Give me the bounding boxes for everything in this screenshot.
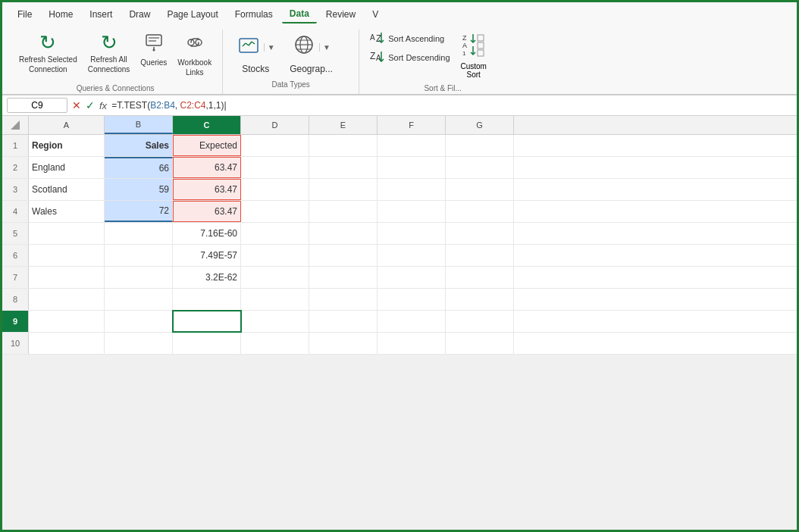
cell-g2[interactable] xyxy=(446,157,514,178)
cell-f3[interactable] xyxy=(378,179,446,200)
cell-c3[interactable]: 63.47 xyxy=(173,179,241,200)
cell-d5[interactable] xyxy=(241,223,309,244)
cell-a2[interactable]: England xyxy=(29,157,105,178)
cell-c10[interactable] xyxy=(173,333,241,354)
cell-b10[interactable] xyxy=(105,333,173,354)
geography-dropdown-arrow[interactable]: ▼ xyxy=(323,43,331,52)
menu-formulas[interactable]: Formulas xyxy=(227,6,280,23)
cancel-formula-icon[interactable]: ✕ xyxy=(72,99,81,111)
cell-g7[interactable] xyxy=(446,267,514,288)
cell-c6[interactable]: 7.49E-57 xyxy=(173,245,241,266)
cell-c9[interactable] xyxy=(173,311,241,332)
col-header-f[interactable]: F xyxy=(378,116,446,134)
cell-d4[interactable] xyxy=(241,201,309,222)
cell-f10[interactable] xyxy=(378,333,446,354)
menu-insert[interactable]: Insert xyxy=(82,6,120,23)
cell-f5[interactable] xyxy=(378,223,446,244)
cell-c1[interactable]: Expected xyxy=(173,135,241,156)
cell-f4[interactable] xyxy=(378,201,446,222)
cell-b2[interactable]: 66 xyxy=(105,157,173,178)
menu-file[interactable]: File xyxy=(10,6,39,23)
cell-c7[interactable]: 3.2E-62 xyxy=(173,267,241,288)
col-header-b[interactable]: B xyxy=(105,116,173,134)
cell-a1[interactable]: Region xyxy=(29,135,105,156)
cell-f6[interactable] xyxy=(378,245,446,266)
cell-b1[interactable]: Sales xyxy=(105,135,173,156)
cell-b4[interactable]: 72 xyxy=(105,201,173,222)
col-header-e[interactable]: E xyxy=(309,116,378,134)
cell-f1[interactable] xyxy=(378,135,446,156)
cell-e8[interactable] xyxy=(309,289,378,310)
refresh-selected-btn[interactable]: ↻ Refresh SelectedConnection xyxy=(14,30,82,88)
menu-home[interactable]: Home xyxy=(41,6,80,23)
workbook-links-btn[interactable]: WorkbookLinks xyxy=(173,30,216,91)
menu-more[interactable]: V xyxy=(365,6,386,23)
cell-e4[interactable] xyxy=(309,201,378,222)
cell-e6[interactable] xyxy=(309,245,378,266)
cell-e10[interactable] xyxy=(309,333,378,354)
cell-e7[interactable] xyxy=(309,267,378,288)
col-header-g[interactable]: G xyxy=(446,116,514,134)
geography-btn[interactable]: ▼ Geograp... xyxy=(284,30,339,77)
cell-g8[interactable] xyxy=(446,289,514,310)
cell-a3[interactable]: Scotland xyxy=(29,179,105,200)
cell-d2[interactable] xyxy=(241,157,309,178)
col-header-a[interactable]: A xyxy=(29,116,105,134)
cell-f8[interactable] xyxy=(378,289,446,310)
sort-descending-btn[interactable]: Z A Sort Descending xyxy=(365,49,454,66)
col-header-d[interactable]: D xyxy=(241,116,309,134)
cell-d3[interactable] xyxy=(241,179,309,200)
cell-b6[interactable] xyxy=(105,245,173,266)
cell-d10[interactable] xyxy=(241,333,309,354)
cell-g6[interactable] xyxy=(446,245,514,266)
queries-btn[interactable]: Queries xyxy=(136,30,171,81)
cell-d9[interactable] xyxy=(241,311,309,332)
cell-d7[interactable] xyxy=(241,267,309,288)
cell-b7[interactable] xyxy=(105,267,173,288)
cell-f9[interactable] xyxy=(378,311,446,332)
cell-c2[interactable]: 63.47 xyxy=(173,157,241,178)
cell-e9[interactable] xyxy=(309,311,378,332)
cell-g4[interactable] xyxy=(446,201,514,222)
cell-c4[interactable]: 63.47 xyxy=(173,201,241,222)
cell-c5[interactable]: 7.16E-60 xyxy=(173,223,241,244)
cell-a4[interactable]: Wales xyxy=(29,201,105,222)
cell-e2[interactable] xyxy=(309,157,378,178)
stocks-dropdown-arrow[interactable]: ▼ xyxy=(268,43,275,52)
cell-g1[interactable] xyxy=(446,135,514,156)
formula-bar-content[interactable]: =T.TEST(B2:B4, C2:C4,1,1)| xyxy=(111,100,792,111)
cell-e3[interactable] xyxy=(309,179,378,200)
cell-a7[interactable] xyxy=(29,267,105,288)
col-header-c[interactable]: C xyxy=(173,116,241,134)
confirm-formula-icon[interactable]: ✓ xyxy=(86,99,95,111)
cell-a5[interactable] xyxy=(29,223,105,244)
menu-page-layout[interactable]: Page Layout xyxy=(159,6,225,23)
cell-c8[interactable] xyxy=(173,289,241,310)
cell-g5[interactable] xyxy=(446,223,514,244)
stocks-btn[interactable]: ▼ Stocks xyxy=(229,30,282,77)
cell-a9[interactable] xyxy=(29,311,105,332)
menu-draw[interactable]: Draw xyxy=(121,6,158,23)
cell-e1[interactable] xyxy=(309,135,378,156)
cell-g10[interactable] xyxy=(446,333,514,354)
cell-e5[interactable] xyxy=(309,223,378,244)
menu-data[interactable]: Data xyxy=(282,5,317,23)
menu-review[interactable]: Review xyxy=(318,6,363,23)
cell-a6[interactable] xyxy=(29,245,105,266)
cell-b9[interactable] xyxy=(105,311,173,332)
cell-d8[interactable] xyxy=(241,289,309,310)
cell-f7[interactable] xyxy=(378,267,446,288)
cell-b8[interactable] xyxy=(105,289,173,310)
refresh-all-btn[interactable]: ↻ Refresh AllConnections xyxy=(83,30,135,88)
cell-g3[interactable] xyxy=(446,179,514,200)
cell-b5[interactable] xyxy=(105,223,173,244)
cell-d6[interactable] xyxy=(241,245,309,266)
cell-reference-input[interactable] xyxy=(7,98,67,113)
cell-d1[interactable] xyxy=(241,135,309,156)
custom-sort-btn[interactable]: Z A 1 Custom Sort xyxy=(455,30,493,82)
cell-a8[interactable] xyxy=(29,289,105,310)
cell-a10[interactable] xyxy=(29,333,105,354)
cell-f2[interactable] xyxy=(378,157,446,178)
cell-b3[interactable]: 59 xyxy=(105,179,173,200)
cell-g9[interactable] xyxy=(446,311,514,332)
